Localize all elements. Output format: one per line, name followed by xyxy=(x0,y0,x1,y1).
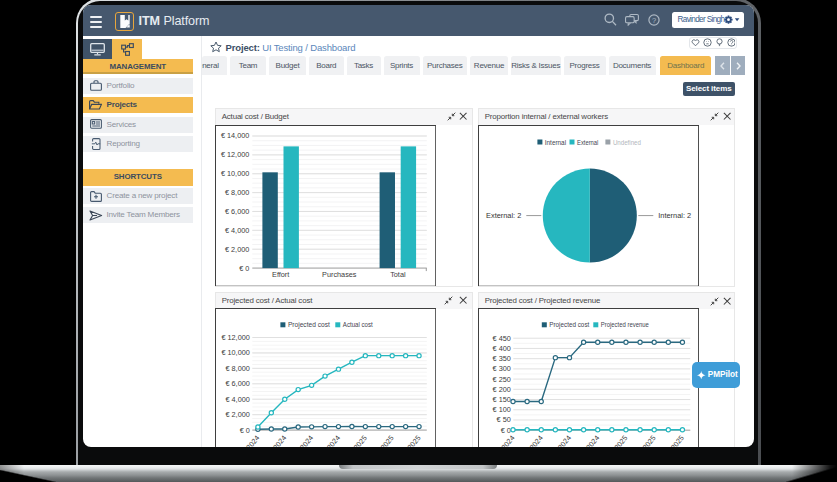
svg-text:Projected cost: Projected cost xyxy=(288,320,330,329)
svg-text:€ 8,000: € 8,000 xyxy=(226,364,250,373)
svg-text:€ 0: € 0 xyxy=(239,263,249,272)
svg-text:€ 0: € 0 xyxy=(240,426,250,435)
svg-text:?: ? xyxy=(652,15,656,24)
svg-text:€ 6,000: € 6,000 xyxy=(226,379,250,388)
svg-text:€ 14,000: € 14,000 xyxy=(221,131,249,140)
svg-text:€ 10,000: € 10,000 xyxy=(222,348,250,357)
svg-text:€ 8,000: € 8,000 xyxy=(225,188,249,197)
svg-text:€ 50: € 50 xyxy=(497,415,511,424)
svg-text:Projected cost: Projected cost xyxy=(549,320,589,329)
svg-text:Internal: Internal xyxy=(545,137,567,146)
svg-text:€ 2,000: € 2,000 xyxy=(226,410,250,419)
svg-text:€ 350: € 350 xyxy=(493,354,511,363)
svg-text:€ 400: € 400 xyxy=(493,344,511,353)
svg-text:€ 200: € 200 xyxy=(493,385,511,394)
svg-text:Projected revenue: Projected revenue xyxy=(601,320,649,329)
svg-text:€ 450: € 450 xyxy=(493,334,511,343)
svg-text:Actual cost: Actual cost xyxy=(343,320,373,329)
svg-text:Total: Total xyxy=(390,269,406,278)
svg-text:€ 10,000: € 10,000 xyxy=(221,169,249,178)
svg-text:Effort: Effort xyxy=(272,269,289,278)
svg-text:Purchases: Purchases xyxy=(322,269,357,278)
svg-text:€ 100: € 100 xyxy=(493,405,511,414)
svg-text:Undefined: Undefined xyxy=(613,137,641,146)
svg-text:External: External xyxy=(577,137,599,146)
svg-text:€ 4,000: € 4,000 xyxy=(225,226,249,235)
svg-text:€ 2,000: € 2,000 xyxy=(225,244,249,253)
svg-text:€ 12,000: € 12,000 xyxy=(222,333,250,342)
svg-text:€ 300: € 300 xyxy=(493,364,511,373)
svg-text:€ 6,000: € 6,000 xyxy=(225,207,249,216)
svg-text:Internal: 2: Internal: 2 xyxy=(658,211,691,220)
svg-text:€ 250: € 250 xyxy=(493,375,511,384)
svg-text:€ 150: € 150 xyxy=(493,395,511,404)
svg-text:External: 2: External: 2 xyxy=(486,211,521,220)
svg-text:€ 4,000: € 4,000 xyxy=(226,395,250,404)
svg-text:€ 12,000: € 12,000 xyxy=(221,150,249,159)
